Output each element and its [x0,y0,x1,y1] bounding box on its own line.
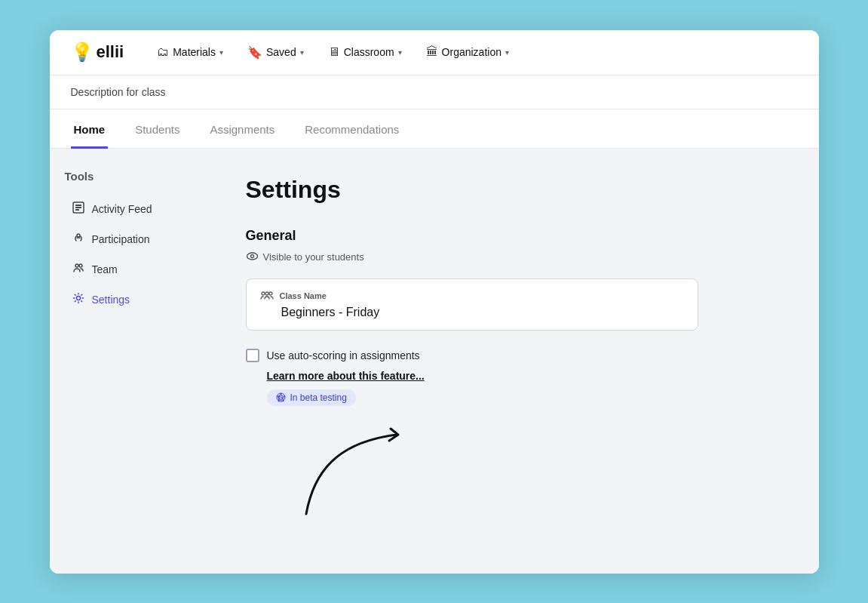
navbar: 💡 ellii 🗂 Materials ▾ 🔖 Saved ▾ 🖥 Classr… [50,30,819,75]
auto-scoring-row: Use auto-scoring in assignments [246,349,789,362]
saved-icon: 🔖 [247,45,262,60]
nav-saved[interactable]: 🔖 Saved ▾ [238,39,313,66]
tab-recommendations[interactable]: Recommendations [302,112,402,149]
chevron-down-icon: ▾ [398,48,402,57]
tab-home[interactable]: Home [71,112,109,149]
logo-text: ellii [97,42,124,62]
sidebar-item-label: Settings [92,294,130,306]
class-icon [260,290,274,303]
participation-icon [72,232,84,247]
auto-scoring-checkbox[interactable] [246,349,259,362]
nav-classroom-label: Classroom [344,46,394,58]
description-text: Description for class [71,86,166,98]
svg-point-10 [262,292,265,295]
app-window: 💡 ellii 🗂 Materials ▾ 🔖 Saved ▾ 🖥 Classr… [50,30,819,574]
svg-point-6 [79,264,82,267]
sidebar-item-label: Team [92,263,118,275]
class-name-label: Class Name [260,290,684,303]
sidebar-section-title: Tools [65,170,201,183]
settings-icon [72,292,84,307]
tab-assignments[interactable]: Assignments [207,112,278,149]
svg-point-4 [77,234,80,237]
page-title: Settings [246,176,789,204]
section-subtitle: Visible to your students [246,250,789,265]
svg-rect-2 [75,207,81,208]
sidebar-item-label: Participation [92,233,150,245]
nav-classroom[interactable]: 🖥 Classroom ▾ [319,39,411,65]
settings-content: Settings General Visible to your student… [216,149,819,574]
nav-organization-label: Organization [442,46,501,58]
svg-point-7 [76,296,80,300]
nav-saved-label: Saved [266,46,296,58]
chevron-down-icon: ▾ [505,48,509,57]
svg-point-11 [265,292,268,295]
main-content: Tools Activity Feed [50,149,819,574]
sidebar-item-settings[interactable]: Settings [65,285,201,314]
logo[interactable]: 💡 ellii [71,42,124,63]
logo-icon: 💡 [71,42,94,63]
svg-point-9 [250,254,253,257]
chevron-down-icon: ▾ [300,48,304,57]
beta-label-text: In beta testing [290,392,347,403]
nav-materials-label: Materials [173,46,216,58]
tabs-bar: Home Students Assignments Recommendation… [50,109,819,149]
description-bar: Description for class [50,75,819,109]
sidebar-item-label: Activity Feed [92,203,152,215]
materials-icon: 🗂 [157,45,169,59]
nav-materials[interactable]: 🗂 Materials ▾ [148,39,232,65]
class-name-value: Beginners - Friday [281,306,684,319]
svg-rect-1 [75,205,81,206]
visible-subtitle-text: Visible to your students [263,251,364,263]
team-icon [72,262,84,277]
sidebar-item-activity-feed[interactable]: Activity Feed [65,195,201,223]
beta-badge: In beta testing [267,389,356,406]
nav-items: 🗂 Materials ▾ 🔖 Saved ▾ 🖥 Classroom ▾ 🏛 … [148,39,797,66]
sidebar: Tools Activity Feed [50,149,216,574]
svg-rect-3 [75,209,79,211]
eye-icon [246,250,259,265]
activity-feed-icon [72,202,84,217]
sidebar-item-participation[interactable]: Participation [65,225,201,254]
organization-icon: 🏛 [426,45,438,59]
nav-organization[interactable]: 🏛 Organization ▾ [417,39,518,65]
svg-point-12 [269,292,272,295]
svg-point-5 [75,264,78,267]
auto-scoring-label: Use auto-scoring in assignments [267,349,420,361]
class-name-card: Class Name Beginners - Friday [246,278,698,331]
classroom-icon: 🖥 [328,45,340,59]
sidebar-item-team[interactable]: Team [65,255,201,284]
svg-point-8 [247,253,257,260]
tab-students[interactable]: Students [132,112,182,149]
chevron-down-icon: ▾ [219,48,223,57]
general-section-title: General [246,228,789,244]
learn-more-link[interactable]: Learn more about this feature... [267,370,789,382]
